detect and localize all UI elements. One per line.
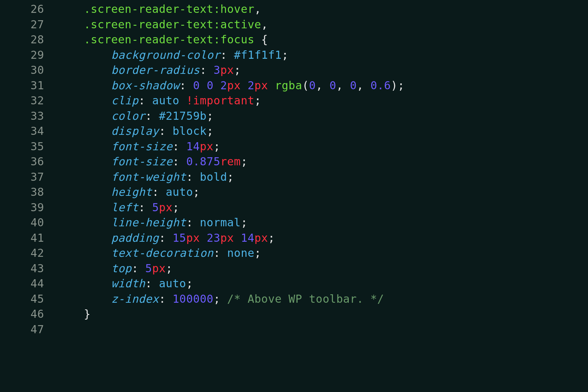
code-line[interactable]: 27 .screen-reader-text:active, <box>4 17 588 32</box>
indent <box>57 247 111 259</box>
token-prop: box-shadow <box>111 79 180 92</box>
line-number: 40 <box>4 215 57 230</box>
code-line[interactable]: 30 border-radius: 3px; <box>4 62 588 78</box>
code-editor[interactable]: 26 .screen-reader-text:hover,27 .screen-… <box>0 0 588 337</box>
token-prop: line-height <box>111 216 186 229</box>
code-content[interactable]: box-shadow: 0 0 2px 2px rgba(0, 0, 0, 0.… <box>57 78 588 93</box>
code-line[interactable]: 41 padding: 15px 23px 14px; <box>4 230 588 246</box>
token-num: 0 <box>330 79 337 92</box>
code-content[interactable]: color: #21759b; <box>57 108 588 124</box>
token-num: 14 <box>186 140 200 153</box>
token-unit: px <box>254 231 268 244</box>
indent <box>57 231 111 244</box>
token-colon: : <box>145 277 159 290</box>
code-content[interactable]: .screen-reader-text:active, <box>57 17 588 32</box>
token-colon: : <box>173 140 186 153</box>
token-pseudo: hover <box>220 3 254 15</box>
code-content[interactable]: left: 5px; <box>57 200 588 215</box>
code-line[interactable]: 45 z-index: 100000; /* Above WP toolbar.… <box>4 291 588 307</box>
token-semicolon: ; <box>214 292 220 305</box>
token-num: 100000 <box>173 292 214 305</box>
code-line[interactable]: 43 top: 5px; <box>4 261 588 276</box>
token-unit: px <box>152 262 166 275</box>
code-content[interactable]: line-height: normal; <box>57 215 588 230</box>
code-content[interactable]: top: 5px; <box>57 261 588 276</box>
code-line[interactable]: 32 clip: auto !important; <box>4 93 588 108</box>
indent <box>57 94 111 107</box>
indent <box>57 140 111 153</box>
token-colon: : <box>139 94 152 107</box>
code-content[interactable]: font-size: 14px; <box>57 139 588 154</box>
code-line[interactable]: 29 background-color: #f1f1f1; <box>4 47 588 63</box>
code-content[interactable]: font-size: 0.875rem; <box>57 154 588 169</box>
line-number: 36 <box>4 154 57 169</box>
indent <box>57 216 111 229</box>
token-colon: : <box>179 79 193 92</box>
code-line[interactable]: 46 } <box>4 306 588 322</box>
token-prop: font-size <box>111 155 173 168</box>
indent <box>57 170 111 183</box>
token-ident: auto <box>152 94 179 107</box>
token-brace: { <box>254 33 268 46</box>
line-number: 47 <box>4 322 57 337</box>
code-content[interactable]: clip: auto !important; <box>57 93 588 108</box>
token-semicolon: ; <box>241 155 248 168</box>
token-selector: .screen-reader-text <box>84 33 214 46</box>
token-num: 3 <box>214 64 220 76</box>
code-line[interactable]: 39 left: 5px; <box>4 200 588 215</box>
token-selector: : <box>214 18 220 31</box>
code-line[interactable]: 42 text-decoration: none; <box>4 245 588 261</box>
code-line[interactable]: 44 width: auto; <box>4 276 588 291</box>
indent <box>57 33 84 46</box>
code-content[interactable]: } <box>57 306 588 322</box>
code-content[interactable]: border-radius: 3px; <box>57 62 588 78</box>
token-prop: font-weight <box>111 170 186 183</box>
token-ident: normal <box>200 216 241 229</box>
code-line[interactable]: 31 box-shadow: 0 0 2px 2px rgba(0, 0, 0,… <box>4 78 588 93</box>
token-punct: , <box>316 79 329 92</box>
indent <box>57 277 111 290</box>
token-colon: : <box>200 64 214 76</box>
token-prop: color <box>111 109 146 122</box>
code-line[interactable]: 26 .screen-reader-text:hover, <box>4 1 588 17</box>
token-colon: : <box>159 125 172 137</box>
indent <box>57 79 111 92</box>
code-content[interactable]: background-color: #f1f1f1; <box>57 47 588 63</box>
code-content[interactable]: .screen-reader-text:hover, <box>57 1 588 17</box>
code-content[interactable]: font-weight: bold; <box>57 169 588 185</box>
code-content[interactable]: .screen-reader-text:focus { <box>57 32 588 47</box>
token-prop: padding <box>111 231 159 244</box>
code-line[interactable]: 36 font-size: 0.875rem; <box>4 154 588 169</box>
code-line[interactable]: 33 color: #21759b; <box>4 108 588 124</box>
token-punct <box>200 79 207 92</box>
token-num: 15 <box>173 231 186 244</box>
code-line[interactable]: 40 line-height: normal; <box>4 215 588 230</box>
token-punct <box>200 231 207 244</box>
indent <box>57 3 84 15</box>
code-content[interactable]: padding: 15px 23px 14px; <box>57 230 588 246</box>
token-punct <box>179 94 186 107</box>
token-punct: , <box>357 79 370 92</box>
token-prop: display <box>111 125 159 137</box>
token-colon: : <box>159 231 172 244</box>
token-colon: : <box>145 109 159 122</box>
code-line[interactable]: 34 display: block; <box>4 123 588 139</box>
token-semicolon: ; <box>227 170 234 183</box>
code-line[interactable]: 28 .screen-reader-text:focus { <box>4 32 588 47</box>
code-line[interactable]: 38 height: auto; <box>4 184 588 200</box>
token-brace: } <box>84 308 91 320</box>
token-unit: px <box>220 231 234 244</box>
code-content[interactable]: text-decoration: none; <box>57 245 588 261</box>
code-line[interactable]: 47 <box>4 322 588 337</box>
code-content[interactable]: display: block; <box>57 123 588 139</box>
line-number: 27 <box>4 17 57 32</box>
code-content[interactable]: z-index: 100000; /* Above WP toolbar. */ <box>57 291 588 307</box>
line-number: 33 <box>4 108 57 124</box>
code-content[interactable]: height: auto; <box>57 184 588 200</box>
code-line[interactable]: 35 font-size: 14px; <box>4 139 588 154</box>
indent <box>57 262 111 275</box>
code-line[interactable]: 37 font-weight: bold; <box>4 169 588 185</box>
token-num: 2 <box>248 79 255 92</box>
token-important: !important <box>186 94 255 107</box>
code-content[interactable]: width: auto; <box>57 276 588 291</box>
